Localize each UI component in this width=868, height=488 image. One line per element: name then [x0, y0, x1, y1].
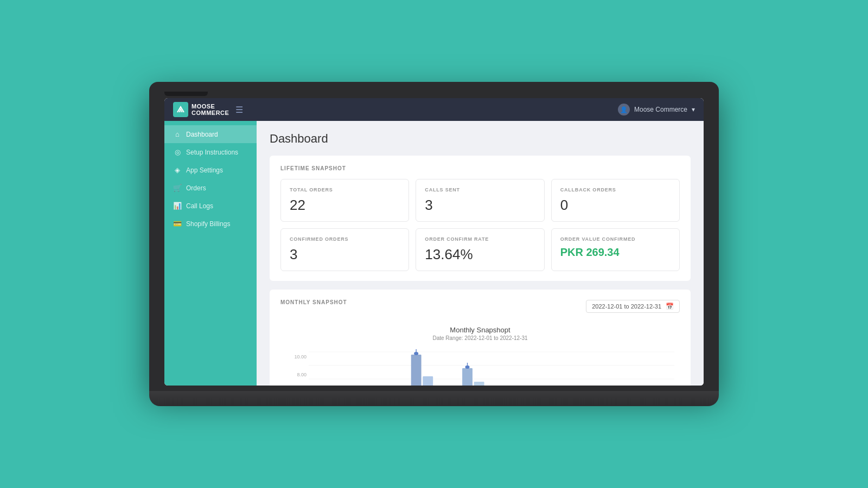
sidebar-item-label: Shopify Billings	[186, 220, 230, 228]
chart-subtitle: Date Range: 2022-12-01 to 2022-12-31	[280, 335, 680, 341]
chart-title: Monthly Snapshopt	[280, 326, 680, 334]
laptop-base	[149, 391, 719, 406]
sidebar-item-label: Setup Instructions	[186, 149, 238, 156]
hamburger-icon[interactable]: ☰	[235, 105, 243, 115]
content-area: Dashboard LIFETIME SNAPSHOT TOTAL ORDERS…	[257, 121, 704, 386]
stat-card-total-orders: TOTAL ORDERS 22	[280, 179, 409, 222]
user-name: Moose Commerce	[634, 106, 687, 113]
monthly-header: MONTHLY SNAPSHOT 2022-12-01 to 2022-12-3…	[280, 299, 680, 313]
monthly-section-label: MONTHLY SNAPSHOT	[280, 299, 347, 305]
stat-value-total-orders: 22	[290, 197, 400, 214]
stat-label-total-orders: TOTAL ORDERS	[290, 187, 400, 192]
stat-label-callback-orders: CALLBACK ORDERS	[560, 187, 671, 192]
sidebar-item-label: Dashboard	[186, 131, 218, 138]
stat-card-calls-sent: CALLS SENT 3	[416, 179, 544, 222]
svg-rect-9	[462, 368, 473, 386]
sidebar-item-label: App Settings	[186, 166, 223, 174]
topbar-left: MOOSE COMMERCE ☰	[173, 102, 243, 117]
y-label-10: 10.00	[286, 354, 307, 359]
stat-card-confirm-rate: ORDER CONFIRM RATE 13.64%	[416, 228, 544, 271]
settings-icon: ◈	[173, 166, 182, 174]
sidebar-item-settings[interactable]: ◈ App Settings	[164, 161, 257, 179]
brand-name: MOOSE COMMERCE	[192, 103, 229, 116]
lifetime-stats-grid: TOTAL ORDERS 22 CALLS SENT 3 CALLBACK OR…	[280, 179, 680, 271]
setup-icon: ◎	[173, 148, 182, 156]
topbar-right: 👤 Moose Commerce ▾	[618, 104, 695, 115]
lifetime-snapshot-section: LIFETIME SNAPSHOT TOTAL ORDERS 22 CALLS …	[270, 156, 691, 281]
stat-value-order-value: PKR 269.34	[560, 246, 671, 259]
sidebar-item-setup[interactable]: ◎ Setup Instructions	[164, 143, 257, 161]
chart-container: Monthly Snapshopt Date Range: 2022-12-01…	[280, 320, 680, 386]
page-title: Dashboard	[270, 132, 691, 146]
sidebar-item-label: Orders	[186, 184, 206, 192]
date-range-value: 2022-12-01 to 2022-12-31	[592, 303, 661, 310]
stat-value-confirmed-orders: 3	[290, 246, 400, 263]
chart-bars-area	[309, 346, 674, 386]
brand-icon	[173, 102, 188, 117]
stat-label-confirmed-orders: CONFIRMED ORDERS	[290, 236, 400, 242]
monthly-snapshot-section: MONTHLY SNAPSHOT 2022-12-01 to 2022-12-3…	[270, 290, 691, 386]
stat-card-callback-orders: CALLBACK ORDERS 0	[551, 179, 680, 222]
stat-card-order-value: ORDER VALUE CONFIRMED PKR 269.34	[551, 228, 680, 271]
sidebar-item-billings[interactable]: 💳 Shopify Billings	[164, 215, 257, 233]
svg-rect-10	[474, 382, 484, 386]
stat-label-confirm-rate: ORDER CONFIRM RATE	[425, 236, 535, 242]
calendar-icon: 📅	[666, 303, 674, 310]
topbar: MOOSE COMMERCE ☰ 👤 Moose Commerce ▾	[164, 98, 704, 121]
svg-rect-6	[423, 376, 433, 386]
main-layout: ⌂ Dashboard ◎ Setup Instructions ◈ App S…	[164, 121, 704, 386]
laptop-wrapper: MOOSE COMMERCE ☰ 👤 Moose Commerce ▾	[149, 82, 719, 406]
laptop-notch	[164, 92, 208, 96]
orders-icon: 🛒	[173, 184, 182, 192]
user-dropdown-icon[interactable]: ▾	[692, 106, 695, 113]
stat-label-calls-sent: CALLS SENT	[425, 187, 535, 192]
stat-card-confirmed-orders: CONFIRMED ORDERS 3	[280, 228, 409, 271]
sidebar-item-label: Call Logs	[186, 202, 213, 210]
laptop-screen: MOOSE COMMERCE ☰ 👤 Moose Commerce ▾	[164, 98, 704, 386]
sidebar: ⌂ Dashboard ◎ Setup Instructions ◈ App S…	[164, 121, 257, 386]
sidebar-item-calllogs[interactable]: 📊 Call Logs	[164, 197, 257, 215]
y-label-8: 8.00	[286, 372, 307, 377]
stat-value-callback-orders: 0	[560, 197, 671, 214]
stat-value-calls-sent: 3	[425, 197, 535, 214]
billings-icon: 💳	[173, 220, 182, 228]
sidebar-item-orders[interactable]: 🛒 Orders	[164, 179, 257, 197]
chart-svg	[309, 346, 674, 386]
user-avatar: 👤	[618, 104, 630, 115]
lifetime-section-label: LIFETIME SNAPSHOT	[280, 165, 680, 171]
sidebar-item-dashboard[interactable]: ⌂ Dashboard	[164, 125, 257, 143]
laptop-bezel: MOOSE COMMERCE ☰ 👤 Moose Commerce ▾	[149, 82, 719, 391]
svg-rect-5	[411, 355, 422, 386]
stat-label-order-value: ORDER VALUE CONFIRMED	[560, 236, 671, 242]
brand-logo: MOOSE COMMERCE	[173, 102, 229, 117]
dashboard-icon: ⌂	[173, 130, 182, 138]
stat-value-confirm-rate: 13.64%	[425, 246, 535, 263]
app-shell: MOOSE COMMERCE ☰ 👤 Moose Commerce ▾	[164, 98, 704, 386]
date-range-picker[interactable]: 2022-12-01 to 2022-12-31 📅	[586, 300, 680, 313]
calllogs-icon: 📊	[173, 202, 182, 210]
